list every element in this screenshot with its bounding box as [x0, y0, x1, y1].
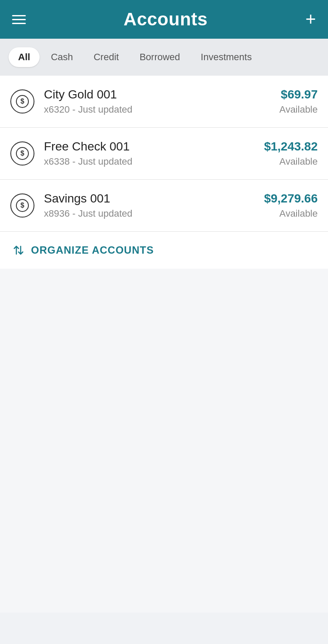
empty-content-area — [0, 269, 328, 613]
filter-borrowed[interactable]: Borrowed — [130, 47, 189, 67]
account-available-label: Available — [279, 104, 318, 115]
account-name: Free Check 001 — [44, 140, 264, 153]
account-available-label: Available — [264, 208, 318, 219]
filter-bar: All Cash Credit Borrowed Investments — [0, 39, 328, 76]
account-icon: $ — [10, 193, 34, 218]
svg-text:$: $ — [21, 150, 25, 157]
app-header: Accounts + — [0, 0, 328, 39]
svg-text:$: $ — [21, 202, 25, 209]
account-balance: $1,243.82 — [264, 140, 318, 153]
table-row[interactable]: $ City Gold 001 x6320 - Just updated $69… — [0, 76, 328, 128]
filter-credit[interactable]: Credit — [84, 47, 128, 67]
account-list: $ City Gold 001 x6320 - Just updated $69… — [0, 76, 328, 269]
account-info: City Gold 001 x6320 - Just updated — [44, 88, 279, 115]
filter-all[interactable]: All — [9, 47, 40, 67]
account-balance: $9,279.66 — [264, 192, 318, 205]
account-icon: $ — [10, 89, 34, 113]
table-row[interactable]: $ Free Check 001 x6338 - Just updated $1… — [0, 128, 328, 180]
page-title: Accounts — [124, 9, 207, 30]
account-info: Free Check 001 x6338 - Just updated — [44, 140, 264, 167]
organize-label: ORGANIZE ACCOUNTS — [31, 244, 154, 256]
account-icon: $ — [10, 141, 34, 166]
account-sub: x6320 - Just updated — [44, 104, 279, 115]
account-info: Savings 001 x8936 - Just updated — [44, 192, 264, 219]
account-amount: $1,243.82 Available — [264, 140, 318, 167]
account-amount: $69.97 Available — [279, 88, 318, 115]
organize-icon — [12, 244, 25, 257]
account-sub: x6338 - Just updated — [44, 156, 264, 167]
add-account-button[interactable]: + — [305, 10, 316, 28]
account-balance: $69.97 — [279, 88, 318, 101]
account-name: City Gold 001 — [44, 88, 279, 101]
table-row[interactable]: $ Savings 001 x8936 - Just updated $9,27… — [0, 180, 328, 232]
account-name: Savings 001 — [44, 192, 264, 205]
account-sub: x8936 - Just updated — [44, 208, 264, 219]
account-available-label: Available — [264, 156, 318, 167]
organize-accounts-button[interactable]: ORGANIZE ACCOUNTS — [0, 232, 328, 269]
filter-investments[interactable]: Investments — [191, 47, 261, 67]
filter-cash[interactable]: Cash — [41, 47, 82, 67]
svg-text:$: $ — [21, 98, 25, 105]
account-amount: $9,279.66 Available — [264, 192, 318, 219]
menu-button[interactable] — [12, 15, 26, 24]
